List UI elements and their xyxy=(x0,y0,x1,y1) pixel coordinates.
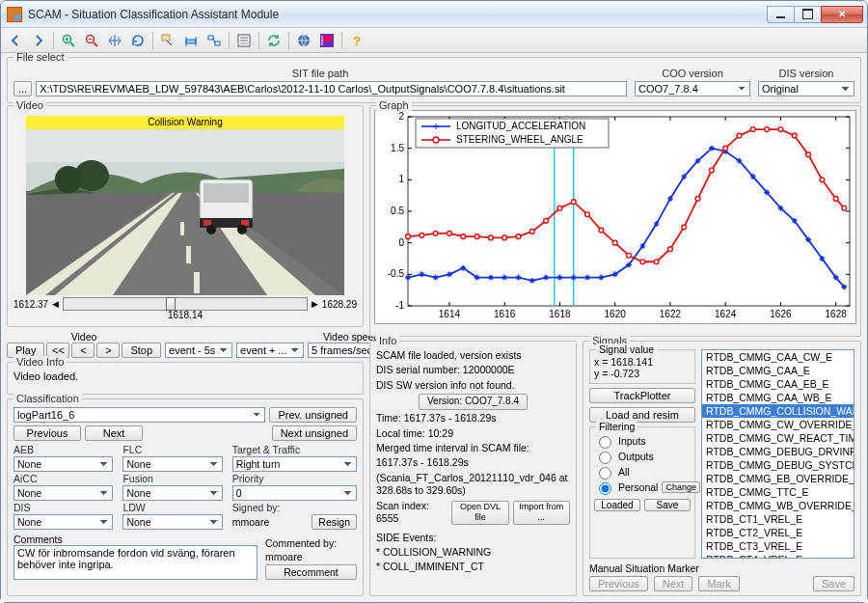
svg-rect-39 xyxy=(203,220,211,226)
signal-list-item[interactable]: RTDB_CMMG_CW_OVERRIDE_E xyxy=(702,418,854,431)
priority-select[interactable]: 0 xyxy=(232,485,357,501)
svg-point-109 xyxy=(654,260,659,264)
signal-list-item[interactable]: RTDB_CMMG_DEBUG_DRVINFL_E xyxy=(702,445,854,458)
radio-all[interactable]: All xyxy=(594,464,691,480)
svg-text:1620: 1620 xyxy=(605,309,627,319)
radio-outputs[interactable]: Outputs xyxy=(594,449,691,464)
signal-list-item[interactable]: RTDB_CMMG_EB_OVERRIDE_E xyxy=(702,472,854,485)
data-cursor-icon[interactable] xyxy=(157,30,178,51)
side-event: * COLLISION_WARNING xyxy=(376,546,570,559)
manual-previous-button[interactable]: Previous xyxy=(589,576,648,591)
filtering-legend: Filtering xyxy=(596,421,637,432)
sit-path-input[interactable] xyxy=(36,81,627,96)
dis-version-select[interactable]: Original xyxy=(758,81,854,96)
manual-next-button[interactable]: Next xyxy=(654,576,693,591)
svg-point-128 xyxy=(433,137,439,143)
zoom-out-icon[interactable] xyxy=(81,30,102,51)
range-before-select[interactable]: event - 5s xyxy=(165,343,232,358)
minimize-button[interactable] xyxy=(767,6,794,23)
manual-mark-button[interactable]: Mark xyxy=(698,576,739,591)
svg-rect-33 xyxy=(180,222,184,235)
brush-icon[interactable] xyxy=(180,30,202,51)
version-button[interactable]: Version: COO7_7.8.4 xyxy=(419,394,528,410)
import-button[interactable]: Import from ... xyxy=(513,501,570,525)
video-time-slider[interactable] xyxy=(63,297,308,311)
svg-point-91 xyxy=(406,234,411,239)
flag-icon[interactable] xyxy=(316,30,338,51)
prev-frame-button[interactable]: < xyxy=(71,343,95,358)
back-button[interactable] xyxy=(5,30,26,51)
svg-point-94 xyxy=(448,231,452,235)
coo-version-select[interactable]: COO7_7.8.4 xyxy=(635,81,750,96)
signal-list-item[interactable]: RTDB_CMMG_WB_OVERRIDE_E xyxy=(702,499,854,512)
signal-list-item[interactable]: RTDB_CT3_VREL_E xyxy=(702,539,854,553)
log-select[interactable]: logPart16_6 xyxy=(14,407,265,423)
sit-browse-button[interactable]: ... xyxy=(14,81,32,96)
manual-save-button[interactable]: Save xyxy=(813,576,854,591)
info-line: Scan index: 6555 xyxy=(376,500,448,526)
help-icon[interactable]: ? xyxy=(346,30,367,51)
signal-list-item[interactable]: RTDB_CMMG_CAA_WB_E xyxy=(702,391,854,404)
video-info-legend: Video Info xyxy=(14,356,67,368)
svg-point-102 xyxy=(557,206,562,210)
dis-select[interactable]: None xyxy=(14,514,113,530)
signal-list-item[interactable]: RTDB_CMMG_DEBUG_SYSTCHK_E xyxy=(702,458,854,472)
svg-line-8 xyxy=(167,41,172,45)
signal-list-item[interactable]: RTDB_CT2_VREL_E xyxy=(702,526,854,539)
globe-icon[interactable] xyxy=(293,30,314,51)
signal-list[interactable]: RTDB_CMMG_CAA_CW_ERTDB_CMMG_CAA_ERTDB_CM… xyxy=(701,349,854,559)
forward-button[interactable] xyxy=(28,30,49,51)
radio-inputs[interactable]: Inputs xyxy=(594,433,691,449)
aeb-select[interactable]: None xyxy=(14,456,113,472)
video-frame[interactable]: Collision Warning xyxy=(26,116,344,295)
graph-canvas[interactable]: -1-0.500.511.521614161616181620162216241… xyxy=(374,110,856,324)
radio-personal[interactable]: Personal xyxy=(594,480,658,495)
zoom-in-icon[interactable] xyxy=(58,30,79,51)
resign-button[interactable]: Resign xyxy=(312,514,357,530)
stop-button[interactable]: Stop xyxy=(122,343,161,358)
fusion-select[interactable]: None xyxy=(122,485,222,501)
flc-select[interactable]: None xyxy=(122,456,222,472)
titlebar[interactable]: SCAM - Situation Classification Assistan… xyxy=(1,1,867,28)
target-traffic-select[interactable]: Right turn xyxy=(232,456,357,472)
filter-save-button[interactable]: Save xyxy=(644,499,691,511)
open-dvl-button[interactable]: Open DVL file xyxy=(451,501,508,525)
prev-unsigned-button[interactable]: Prev. unsigned xyxy=(269,407,357,423)
svg-point-101 xyxy=(544,218,549,223)
signed-by-value: mmoare xyxy=(232,516,309,528)
signal-list-item[interactable]: RTDB_CT1_VREL_E xyxy=(702,512,854,526)
close-button[interactable]: ✕ xyxy=(821,6,863,23)
signal-list-item[interactable]: RTDB_CMMG_TTC_E xyxy=(702,485,854,499)
aicc-select[interactable]: None xyxy=(14,485,113,501)
signal-list-item[interactable]: RTDB_CT4_VREL_E xyxy=(702,553,854,559)
previous-button[interactable]: Previous xyxy=(14,425,81,441)
signal-list-item[interactable]: RTDB_CMMG_CAA_EB_E xyxy=(702,377,854,391)
recomment-button[interactable]: Recomment xyxy=(265,564,357,580)
signal-list-item[interactable]: RTDB_CMMG_CAA_CW_E xyxy=(702,350,854,364)
signal-list-item[interactable]: RTDB_CMMG_CAA_E xyxy=(702,364,854,377)
pan-icon[interactable] xyxy=(104,30,125,51)
maximize-button[interactable] xyxy=(794,6,821,23)
next-frame-button[interactable]: > xyxy=(96,343,120,358)
svg-rect-12 xyxy=(208,36,213,40)
svg-line-5 xyxy=(94,42,97,46)
ldw-select[interactable]: None xyxy=(122,514,222,530)
rotate-icon[interactable] xyxy=(127,30,149,51)
svg-point-99 xyxy=(516,234,521,239)
svg-point-121 xyxy=(820,178,825,182)
legend-icon[interactable] xyxy=(233,30,255,51)
refresh-icon[interactable] xyxy=(263,30,285,51)
loaded-button[interactable]: Loaded xyxy=(594,499,640,511)
change-button[interactable]: Change xyxy=(662,481,700,493)
link-icon[interactable] xyxy=(203,30,225,51)
trackplotter-button[interactable]: TrackPlotter xyxy=(589,388,695,403)
next-button[interactable]: Next xyxy=(85,425,143,441)
next-unsigned-button[interactable]: Next unsigned xyxy=(272,425,357,441)
svg-point-107 xyxy=(627,253,632,258)
signal-list-item[interactable]: RTDB_CMMG_CW_REACT_TIME_E xyxy=(702,431,854,445)
filtering-group: Filtering Inputs Outputs All Personal Ch… xyxy=(589,426,695,559)
comments-textarea[interactable] xyxy=(14,545,258,580)
slider-right-value: 1628.29 xyxy=(322,299,357,310)
range-after-select[interactable]: event + ... xyxy=(236,343,304,358)
signal-list-item[interactable]: RTDB_CMMG_COLLISION_WARNING_E xyxy=(702,404,854,418)
